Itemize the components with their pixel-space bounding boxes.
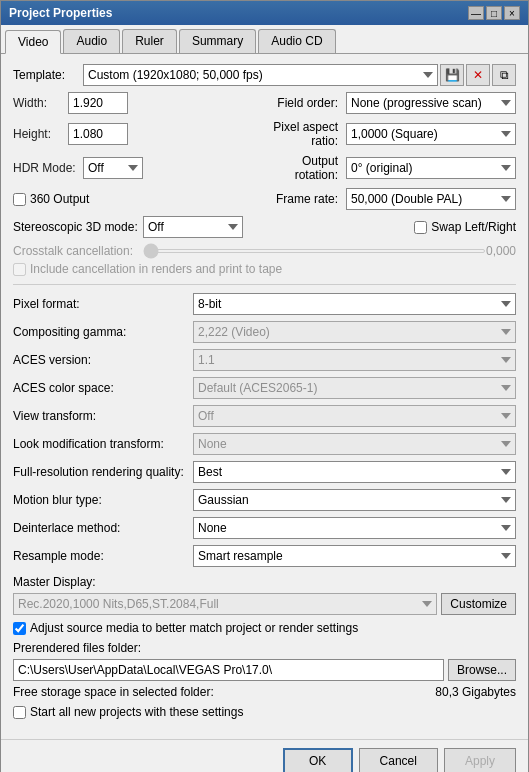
hdr-select[interactable]: Off On xyxy=(83,157,143,179)
fullres-select[interactable]: Best Good Preview Draft xyxy=(193,461,516,483)
crosstalk-slider[interactable] xyxy=(143,249,486,253)
pixel-aspect-label: Pixel aspect ratio: xyxy=(256,120,346,148)
stereo-select[interactable]: Off On xyxy=(143,216,243,238)
width-field-order-row: Width: Field order: None (progressive sc… xyxy=(13,92,516,114)
swap-left-right-checkbox[interactable] xyxy=(414,221,427,234)
motion-blur-row: Motion blur type: Gaussian None xyxy=(13,489,516,511)
view-transform-label: View transform: xyxy=(13,409,193,423)
fullres-row: Full-resolution rendering quality: Best … xyxy=(13,461,516,483)
include-cancellation-row: Include cancellation in renders and prin… xyxy=(13,262,516,276)
adjust-source-label[interactable]: Adjust source media to better match proj… xyxy=(13,621,358,635)
include-cancellation-checkbox[interactable] xyxy=(13,263,26,276)
free-storage-label: Free storage space in selected folder: xyxy=(13,685,214,699)
tab-audio[interactable]: Audio xyxy=(63,29,120,53)
template-select-wrap: Custom (1920x1080; 50,000 fps) 💾 ✕ ⧉ xyxy=(83,64,516,86)
height-col: Height: xyxy=(13,120,248,148)
pixel-format-select[interactable]: 8-bit 32-bit float xyxy=(193,293,516,315)
crosstalk-slider-wrap xyxy=(143,249,486,253)
master-display-row: Rec.2020,1000 Nits,D65,ST.2084,Full Cust… xyxy=(13,593,516,615)
copy-template-button[interactable]: ⧉ xyxy=(492,64,516,86)
pixel-aspect-select[interactable]: 1,0000 (Square) xyxy=(346,123,516,145)
save-template-button[interactable]: 💾 xyxy=(440,64,464,86)
pixel-format-label: Pixel format: xyxy=(13,297,193,311)
close-button[interactable]: × xyxy=(504,6,520,20)
template-select[interactable]: Custom (1920x1080; 50,000 fps) xyxy=(83,64,438,86)
prerendered-row: Browse... xyxy=(13,659,516,681)
output-rotation-col: Output rotation: 0° (original) 90° 180° … xyxy=(256,154,516,182)
pixel-aspect-col: Pixel aspect ratio: 1,0000 (Square) xyxy=(256,120,516,148)
field-order-label: Field order: xyxy=(256,96,346,110)
aces-version-row: ACES version: 1.1 xyxy=(13,349,516,371)
adjust-source-checkbox[interactable] xyxy=(13,622,26,635)
delete-template-button[interactable]: ✕ xyxy=(466,64,490,86)
delete-icon: ✕ xyxy=(473,68,483,82)
start-new-label[interactable]: Start all new projects with these settin… xyxy=(13,705,243,719)
look-mod-row: Look modification transform: None xyxy=(13,433,516,455)
width-col: Width: xyxy=(13,92,248,114)
deinterlace-select[interactable]: None Blend Interpolate xyxy=(193,517,516,539)
tab-ruler[interactable]: Ruler xyxy=(122,29,177,53)
ok-button[interactable]: OK xyxy=(283,748,353,772)
apply-button[interactable]: Apply xyxy=(444,748,516,772)
output-rotation-label: Output rotation: xyxy=(256,154,346,182)
browse-button[interactable]: Browse... xyxy=(448,659,516,681)
fullres-label: Full-resolution rendering quality: xyxy=(13,465,193,479)
frame-rate-select[interactable]: 50,000 (Double PAL) 25,000 (PAL) 30,000 … xyxy=(346,188,516,210)
look-mod-label: Look modification transform: xyxy=(13,437,193,451)
aces-version-label: ACES version: xyxy=(13,353,193,367)
crosstalk-value: 0,000 xyxy=(486,244,516,258)
master-display-select[interactable]: Rec.2020,1000 Nits,D65,ST.2084,Full xyxy=(13,593,437,615)
deinterlace-row: Deinterlace method: None Blend Interpola… xyxy=(13,517,516,539)
footer: OK Cancel Apply xyxy=(1,739,528,772)
tab-video[interactable]: Video xyxy=(5,30,61,54)
compositing-gamma-label: Compositing gamma: xyxy=(13,325,193,339)
window-title: Project Properties xyxy=(9,6,112,20)
compositing-gamma-select[interactable]: 2,222 (Video) xyxy=(193,321,516,343)
motion-blur-select[interactable]: Gaussian None xyxy=(193,489,516,511)
view-transform-select[interactable]: Off xyxy=(193,405,516,427)
minimize-button[interactable]: — xyxy=(468,6,484,20)
360-output-checkbox[interactable] xyxy=(13,193,26,206)
360-framerate-row: 360 Output Frame rate: 50,000 (Double PA… xyxy=(13,188,516,210)
360-col: 360 Output xyxy=(13,188,248,210)
field-order-col: Field order: None (progressive scan) xyxy=(256,92,516,114)
title-bar: Project Properties — □ × xyxy=(1,1,528,25)
template-row: Template: Custom (1920x1080; 50,000 fps)… xyxy=(13,64,516,86)
frame-rate-col: Frame rate: 50,000 (Double PAL) 25,000 (… xyxy=(256,188,516,210)
360-output-label[interactable]: 360 Output xyxy=(13,192,89,206)
view-transform-row: View transform: Off xyxy=(13,405,516,427)
swap-label-text: Swap Left/Right xyxy=(431,220,516,234)
resample-select[interactable]: Smart resample Force resample Disable re… xyxy=(193,545,516,567)
height-label: Height: xyxy=(13,127,68,141)
aces-color-space-row: ACES color space: Default (ACES2065-1) xyxy=(13,377,516,399)
include-cancellation-label[interactable]: Include cancellation in renders and prin… xyxy=(13,262,282,276)
look-mod-select[interactable]: None xyxy=(193,433,516,455)
tab-audio-cd[interactable]: Audio CD xyxy=(258,29,335,53)
aces-version-select[interactable]: 1.1 xyxy=(193,349,516,371)
start-new-checkbox[interactable] xyxy=(13,706,26,719)
output-rotation-select[interactable]: 0° (original) 90° 180° 270° xyxy=(346,157,516,179)
crosstalk-label: Crosstalk cancellation: xyxy=(13,244,143,258)
cancel-button[interactable]: Cancel xyxy=(359,748,438,772)
prerendered-label: Prerendered files folder: xyxy=(13,641,516,655)
stereo-label: Stereoscopic 3D mode: xyxy=(13,220,143,234)
free-storage-value: 80,3 Gigabytes xyxy=(435,685,516,699)
field-order-select[interactable]: None (progressive scan) xyxy=(346,92,516,114)
aces-color-space-select[interactable]: Default (ACES2065-1) xyxy=(193,377,516,399)
save-icon: 💾 xyxy=(445,68,460,82)
template-label: Template: xyxy=(13,68,83,82)
height-input[interactable] xyxy=(68,123,128,145)
title-bar-buttons: — □ × xyxy=(468,6,520,20)
customize-button[interactable]: Customize xyxy=(441,593,516,615)
tab-summary[interactable]: Summary xyxy=(179,29,256,53)
compositing-gamma-row: Compositing gamma: 2,222 (Video) xyxy=(13,321,516,343)
hdr-output-rotation-row: HDR Mode: Off On Output rotation: 0° (or… xyxy=(13,154,516,182)
maximize-button[interactable]: □ xyxy=(486,6,502,20)
resample-row: Resample mode: Smart resample Force resa… xyxy=(13,545,516,567)
width-input[interactable] xyxy=(68,92,128,114)
free-storage-row: Free storage space in selected folder: 8… xyxy=(13,685,516,699)
video-tab-content: Template: Custom (1920x1080; 50,000 fps)… xyxy=(1,54,528,739)
width-label: Width: xyxy=(13,96,68,110)
prerendered-input[interactable] xyxy=(13,659,444,681)
start-new-row: Start all new projects with these settin… xyxy=(13,705,516,719)
